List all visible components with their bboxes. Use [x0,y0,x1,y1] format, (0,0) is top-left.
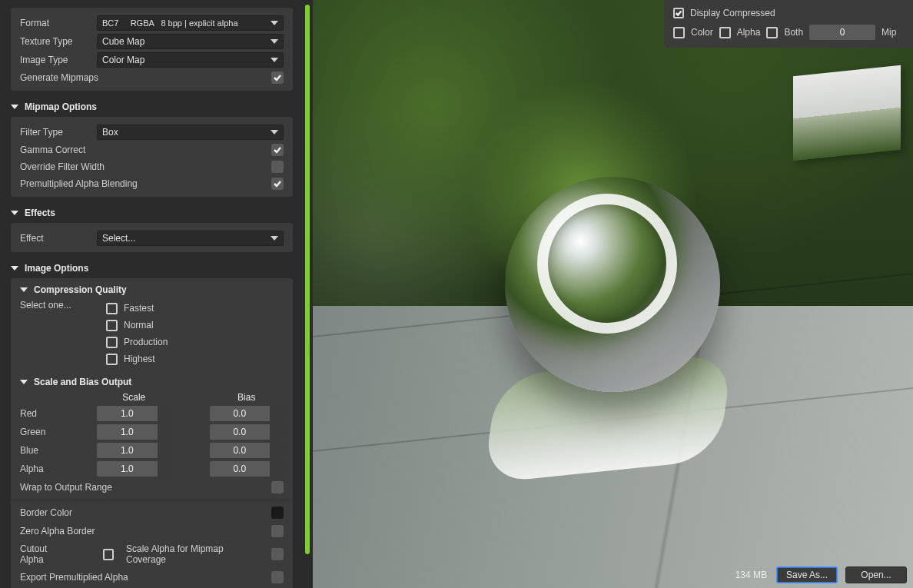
image-type-dropdown[interactable]: Color Map [97,52,284,68]
texture-type-label: Texture Type [20,36,97,47]
gamma-correct-label: Gamma Correct [20,145,271,155]
radio-icon [106,354,118,365]
scale-column-header: Scale [97,392,171,403]
show-alpha-checkbox[interactable] [719,27,731,38]
radio-icon [106,303,118,314]
texture-preview-viewport[interactable]: Display Compressed Color Alpha Both 0 Mi… [313,0,913,588]
scale-alpha-coverage-checkbox[interactable] [271,548,284,560]
check-icon [273,145,282,154]
effect-label: Effect [20,233,97,244]
show-color-label: Color [691,27,713,38]
wrap-output-range-label: Wrap to Output Range [20,482,271,493]
chevron-down-icon [271,21,278,25]
panel-resize-handle[interactable] [305,5,310,554]
effects-section: Effect Select... [11,223,293,252]
compression-quality-header[interactable]: Compression Quality [11,281,293,298]
divider [11,500,293,500]
preview-display-hud: Display Compressed Color Alpha Both 0 Mi… [664,0,913,48]
show-color-checkbox[interactable] [673,27,685,38]
chevron-down-icon [271,39,278,44]
compression-option-production[interactable]: Production [97,334,284,350]
properties-panel[interactable]: Format BC7 RGBA 8 bpp | explicit alpha T… [0,0,304,588]
border-color-swatch[interactable] [271,507,284,519]
effect-dropdown[interactable]: Select... [97,231,284,246]
red-bias-input[interactable]: 0.0 [210,406,284,421]
mip-level-input[interactable]: 0 [809,25,875,40]
channel-row-red: Red 1.0 0.0 [11,404,293,423]
preview-cube [793,65,901,161]
blue-scale-input[interactable]: 1.0 [97,443,171,458]
generate-mipmaps-checkbox[interactable] [271,71,284,84]
compression-quality-options: Fastest Normal Production Highest [97,300,284,367]
format-dropdown[interactable]: BC7 RGBA 8 bpp | explicit alpha [97,15,284,31]
premultiplied-alpha-blend-checkbox[interactable] [271,178,284,190]
image-options-header[interactable]: Image Options [0,258,304,278]
format-section: Format BC7 RGBA 8 bpp | explicit alpha T… [11,8,293,91]
image-type-label: Image Type [20,55,97,65]
show-both-checkbox[interactable] [766,27,778,38]
filter-type-dropdown[interactable]: Box [97,125,284,140]
export-premultiplied-alpha-label: Export Premultiplied Alpha [20,572,271,583]
chevron-down-icon [11,105,18,109]
channel-row-alpha: Alpha 1.0 0.0 [11,460,293,478]
display-compressed-label: Display Compressed [690,8,775,18]
effects-header[interactable]: Effects [0,203,304,223]
chevron-down-icon [271,58,278,62]
display-compressed-checkbox[interactable] [673,8,684,18]
texture-type-dropdown[interactable]: Cube Map [97,34,284,49]
check-icon [273,73,282,82]
chevron-down-icon [20,380,28,384]
bias-column-header: Bias [210,392,284,403]
zero-alpha-border-label: Zero Alpha Border [20,526,271,537]
blue-bias-input[interactable]: 0.0 [210,443,284,458]
chevron-down-icon [11,266,18,271]
border-color-label: Border Color [20,507,271,518]
mip-label: Mip [881,27,896,38]
radio-icon [106,320,118,331]
open-button[interactable]: Open... [845,566,907,583]
texture-memory-size: 134 MB [735,570,769,580]
compression-quality-prompt: Select one... [20,300,97,311]
scale-bias-column-headers: Scale Bias [11,390,293,404]
mipmap-options-header[interactable]: Mipmap Options [0,97,304,117]
scale-bias-header[interactable]: Scale and Bias Output [11,374,293,390]
compression-option-highest[interactable]: Highest [97,350,284,367]
chevron-down-icon [271,236,278,241]
show-both-label: Both [784,27,803,38]
compression-option-normal[interactable]: Normal [97,317,284,334]
compression-option-fastest[interactable]: Fastest [97,300,284,317]
preview-action-bar: 134 MB Save As... Open... [735,566,907,583]
filter-type-label: Filter Type [20,127,97,138]
override-filter-width-label: Override Filter Width [20,161,271,172]
premultiplied-alpha-blend-label: Premultiplied Alpha Blending [20,178,271,189]
gamma-correct-checkbox[interactable] [271,144,284,156]
channel-row-green: Green 1.0 0.0 [11,423,293,441]
show-alpha-label: Alpha [737,27,761,38]
zero-alpha-border-checkbox[interactable] [271,525,284,537]
chevron-down-icon [11,211,18,215]
alpha-scale-input[interactable]: 1.0 [97,461,171,477]
save-as-button[interactable]: Save As... [776,566,838,583]
check-icon [273,179,282,188]
green-bias-input[interactable]: 0.0 [210,424,284,440]
image-options-section: Compression Quality Select one... Fastes… [11,278,293,588]
green-scale-input[interactable]: 1.0 [97,424,171,440]
cutout-alpha-checkbox[interactable] [103,549,114,560]
export-premultiplied-alpha-checkbox[interactable] [271,571,284,583]
radio-icon [106,337,118,348]
format-label: Format [20,18,97,28]
override-filter-width-checkbox[interactable] [271,161,284,173]
chevron-down-icon [271,130,278,135]
wrap-output-range-checkbox[interactable] [271,481,284,493]
check-icon [675,9,682,17]
scale-alpha-coverage-label: Scale Alpha for Mipmap Coverage [126,543,256,565]
channel-row-blue: Blue 1.0 0.0 [11,441,293,460]
generate-mipmaps-label: Generate Mipmaps [20,72,271,83]
cutout-alpha-label: Cutout Alpha [20,543,69,565]
preview-sphere [505,177,720,392]
red-scale-input[interactable]: 1.0 [97,406,171,421]
chevron-down-icon [20,287,28,292]
alpha-bias-input[interactable]: 0.0 [210,461,284,477]
mipmap-options-section: Filter Type Box Gamma Correct Override F… [11,117,293,197]
